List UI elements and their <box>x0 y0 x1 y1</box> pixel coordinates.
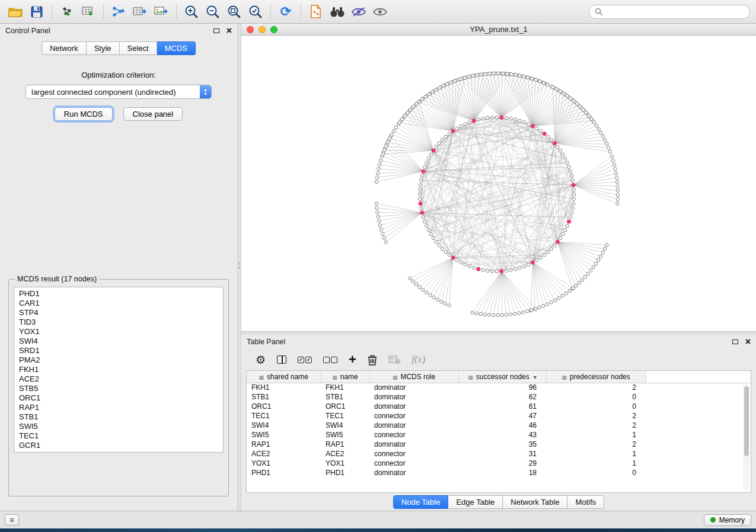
list-item[interactable]: GCR1 <box>14 441 223 450</box>
open-session-button[interactable] <box>6 3 25 21</box>
chevron-down-icon[interactable]: ▾ <box>534 374 537 380</box>
zoom-selected-icon <box>248 5 263 19</box>
table-row[interactable]: YOX1YOX1connector291 <box>247 459 751 468</box>
binoculars-button[interactable] <box>328 3 347 21</box>
list-item[interactable]: PHD1 <box>14 289 223 299</box>
zoom-out-icon <box>206 5 220 19</box>
list-item[interactable]: RAP1 <box>14 403 223 412</box>
table-vertical-scrollbar[interactable] <box>743 384 749 491</box>
import-network-button[interactable] <box>58 3 76 21</box>
zoom-fit-button[interactable] <box>225 3 244 21</box>
close-panel-icon[interactable]: × <box>227 26 232 36</box>
table-cell: 1 <box>546 430 646 440</box>
table-cell: PHD1 <box>321 468 369 477</box>
delete-column-button[interactable] <box>368 352 377 367</box>
export-image-button[interactable] <box>152 3 171 21</box>
column-header-predecessor-nodes[interactable]: ▦predecessor nodes <box>546 371 646 383</box>
search-box[interactable] <box>589 5 750 19</box>
tab-node-table[interactable]: Node Table <box>393 495 449 509</box>
close-panel-icon[interactable]: × <box>745 337 751 347</box>
show-eye-button[interactable] <box>371 3 390 21</box>
tab-select[interactable]: Select <box>120 41 157 55</box>
table-cell: SWI5 <box>321 430 369 440</box>
list-item[interactable]: ACE2 <box>14 374 223 384</box>
tab-network-table[interactable]: Network Table <box>503 495 567 509</box>
network-graph[interactable] <box>241 36 756 331</box>
list-item[interactable]: CAR1 <box>14 299 223 308</box>
memory-button[interactable]: Memory <box>704 514 751 526</box>
memory-status-icon <box>710 517 716 523</box>
export-document-button[interactable] <box>307 3 326 21</box>
toolbar-separator <box>103 5 104 19</box>
zoom-selected-button[interactable] <box>246 3 265 21</box>
gear-icon: ⚙ <box>256 354 266 366</box>
tab-network[interactable]: Network <box>42 41 87 55</box>
zoom-fit-icon <box>227 5 241 19</box>
select-all-rows-button[interactable]: ✓✓ <box>298 352 312 367</box>
list-item[interactable]: PMA2 <box>14 355 223 365</box>
column-header-shared-name[interactable]: ▦shared name <box>247 371 321 383</box>
list-item[interactable]: SWI5 <box>14 422 223 431</box>
list-item[interactable]: TEC1 <box>14 431 223 441</box>
table-row[interactable]: PHD1PHD1dominator180 <box>247 468 751 477</box>
hide-eye-button[interactable] <box>349 3 368 21</box>
list-item[interactable]: STP4 <box>14 308 223 318</box>
add-column-button[interactable]: + <box>349 352 356 367</box>
table-row[interactable]: STB1STB1dominator620 <box>247 392 751 402</box>
list-item[interactable]: FKH1 <box>14 365 223 374</box>
search-input[interactable] <box>606 8 744 16</box>
function-builder-button[interactable]: f(x) <box>412 352 426 367</box>
tab-motifs[interactable]: Motifs <box>567 495 604 509</box>
table-row[interactable]: FKH1FKH1dominator962 <box>247 383 751 392</box>
import-table-button[interactable] <box>79 3 98 21</box>
table-settings-button[interactable]: ⚙ <box>256 352 266 367</box>
table-row[interactable]: ACE2ACE2connector311 <box>247 449 751 459</box>
list-item[interactable]: SWI4 <box>14 336 223 346</box>
table-cell: ORC1 <box>247 402 321 411</box>
list-item[interactable]: TID3 <box>14 318 223 327</box>
table-panel-titlebar: Table Panel × <box>241 335 756 349</box>
table-row[interactable]: SWI5SWI5connector431 <box>247 430 751 440</box>
scrollbar-thumb[interactable] <box>744 386 749 456</box>
column-header-name[interactable]: ▦name <box>321 371 369 383</box>
search-icon <box>595 8 602 15</box>
float-panel-icon[interactable] <box>732 339 738 344</box>
export-table-button[interactable] <box>130 3 149 21</box>
table-row[interactable]: RAP1RAP1dominator352 <box>247 440 751 449</box>
tab-style[interactable]: Style <box>87 41 120 55</box>
table-row[interactable]: SWI4SWI4dominator462 <box>247 421 751 430</box>
task-history-button[interactable]: ≡ <box>5 514 19 525</box>
list-item[interactable]: ORC1 <box>14 393 223 403</box>
column-header-successor-nodes[interactable]: ▦successor nodes▾ <box>458 371 546 383</box>
tab-mcds[interactable]: MCDS <box>157 41 196 55</box>
list-item[interactable]: STB5 <box>14 384 223 393</box>
save-session-icon <box>31 6 43 18</box>
clear-table-button[interactable] <box>388 352 400 367</box>
panel-splitter[interactable] <box>237 24 241 511</box>
table-cell: 29 <box>458 459 546 468</box>
network-canvas[interactable] <box>241 36 756 331</box>
run-mcds-button[interactable]: Run MCDS <box>55 107 113 121</box>
table-cell: connector <box>369 430 458 440</box>
export-network-button[interactable] <box>109 3 128 21</box>
list-item[interactable]: YOX1 <box>14 327 223 336</box>
show-columns-button[interactable] <box>277 352 286 367</box>
save-session-button[interactable] <box>27 3 46 21</box>
mcds-result-list[interactable]: PHD1CAR1STP4TID3YOX1SWI4SRD1PMA2FKH1ACE2… <box>14 287 224 453</box>
table-row[interactable]: ORC1ORC1dominator610 <box>247 402 751 411</box>
list-item[interactable]: STB1 <box>14 412 223 422</box>
float-panel-icon[interactable] <box>213 28 219 33</box>
tab-edge-table[interactable]: Edge Table <box>448 495 503 509</box>
deselect-all-rows-button[interactable] <box>323 352 337 367</box>
table-cell: 1 <box>546 459 646 468</box>
table-cell: YOX1 <box>321 459 369 468</box>
table-cell: 0 <box>546 402 646 411</box>
close-panel-button[interactable]: Close panel <box>123 107 183 121</box>
table-row[interactable]: TEC1TEC1connector472 <box>247 411 751 421</box>
column-header-mcds-role[interactable]: ▦MCDS role <box>369 371 458 383</box>
criterion-select[interactable]: largest connected component (undirected)… <box>25 85 212 99</box>
list-item[interactable]: SRD1 <box>14 346 223 355</box>
refresh-layout-button[interactable]: ⟳ <box>276 3 295 21</box>
zoom-out-button[interactable] <box>203 3 222 21</box>
zoom-in-button[interactable] <box>182 3 201 21</box>
